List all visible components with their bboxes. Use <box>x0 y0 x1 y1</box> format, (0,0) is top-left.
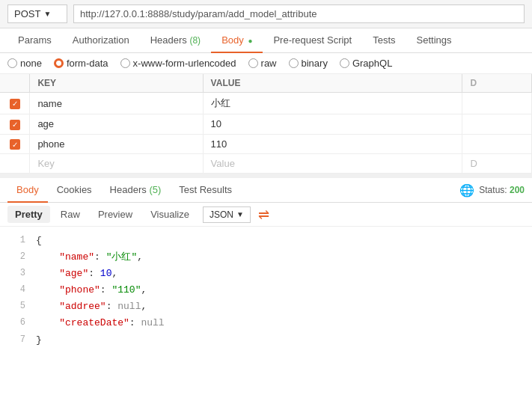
placeholder-key[interactable]: Key <box>30 154 203 174</box>
radio-raw-circle <box>248 58 258 68</box>
tab-headers[interactable]: Headers (8) <box>140 28 211 53</box>
json-content-1: { <box>36 233 42 249</box>
pretty-tab-raw[interactable]: Raw <box>53 206 88 223</box>
radio-raw[interactable]: raw <box>248 58 277 69</box>
json-line-1: 1 { <box>7 233 525 249</box>
row3-value[interactable]: 110 <box>203 134 462 154</box>
json-content-2: "name": "小红", <box>36 249 143 266</box>
status-badge: Status: 200 <box>479 185 525 195</box>
table-row-placeholder: Key Value D <box>0 154 532 174</box>
resp-tab-test-results[interactable]: Test Results <box>170 178 241 203</box>
globe-icon: 🌐 <box>459 183 474 198</box>
resp-tab-body[interactable]: Body <box>7 178 48 203</box>
line-num-3: 3 <box>7 266 25 282</box>
col-checkbox <box>0 74 30 93</box>
radio-none[interactable]: none <box>7 58 42 69</box>
format-select[interactable]: JSON ▼ <box>203 206 251 223</box>
json-content-7: } <box>36 332 42 349</box>
headers-resp-badge: (5) <box>149 184 161 195</box>
method-chevron-icon: ▼ <box>43 10 51 18</box>
json-line-4: 4 "phone": "110", <box>7 282 525 299</box>
row2-value[interactable]: 10 <box>203 114 462 135</box>
radio-form-data-label: form-data <box>67 58 108 69</box>
table-row: age 10 <box>0 114 532 135</box>
radio-binary-label: binary <box>302 58 328 69</box>
tab-body[interactable]: Body ● <box>211 28 263 53</box>
radio-urlencoded-circle <box>120 58 130 68</box>
row1-key[interactable]: name <box>30 93 203 114</box>
json-content-3: "age": 10, <box>36 266 117 282</box>
response-tab-nav: Body Cookies Headers (5) Test Results 🌐 … <box>0 178 532 203</box>
tab-pre-request[interactable]: Pre-request Script <box>263 28 362 53</box>
placeholder-value[interactable]: Value <box>203 154 462 174</box>
radio-form-data[interactable]: form-data <box>54 58 108 69</box>
status-200: 200 <box>510 185 525 195</box>
placeholder-desc: D <box>462 154 532 174</box>
row3-desc <box>462 134 532 154</box>
json-line-3: 3 "age": 10, <box>7 266 525 282</box>
format-chevron-icon: ▼ <box>236 210 244 218</box>
col-value: VALUE <box>203 74 462 93</box>
row1-desc <box>462 93 532 114</box>
method-label: POST <box>14 8 40 19</box>
row3-checkbox-cell[interactable] <box>0 134 30 154</box>
row2-checkbox[interactable] <box>10 120 20 130</box>
col-desc: D <box>462 74 532 93</box>
line-num-4: 4 <box>7 282 25 299</box>
row1-value[interactable]: 小红 <box>203 93 462 114</box>
json-line-5: 5 "addree": null, <box>7 299 525 315</box>
radio-binary-circle <box>289 58 299 68</box>
row2-checkbox-cell[interactable] <box>0 114 30 135</box>
row1-checkbox-cell[interactable] <box>0 93 30 114</box>
pretty-tab-pretty[interactable]: Pretty <box>7 206 50 223</box>
url-bar: POST ▼ <box>0 0 532 28</box>
radio-urlencoded-label: x-www-form-urlencoded <box>133 58 236 69</box>
col-key: KEY <box>30 74 203 93</box>
row2-desc <box>462 114 532 135</box>
resp-tab-cookies[interactable]: Cookies <box>48 178 101 203</box>
json-content-5: "addree": null, <box>36 299 147 315</box>
json-content-4: "phone": "110", <box>36 282 147 299</box>
params-table: KEY VALUE D name 小红 age 10 phone <box>0 74 532 174</box>
radio-urlencoded[interactable]: x-www-form-urlencoded <box>120 58 236 69</box>
tab-settings[interactable]: Settings <box>406 28 462 53</box>
json-content-6: "createDate": null <box>36 315 165 331</box>
radio-none-label: none <box>20 58 42 69</box>
tab-authorization[interactable]: Authorization <box>62 28 140 53</box>
method-select[interactable]: POST ▼ <box>7 4 67 23</box>
json-line-7: 7 } <box>7 332 525 349</box>
json-line-6: 6 "createDate": null <box>7 315 525 331</box>
wrap-icon[interactable]: ⇌ <box>258 206 269 223</box>
tab-params[interactable]: Params <box>7 28 62 53</box>
radio-binary[interactable]: binary <box>289 58 328 69</box>
url-input[interactable] <box>73 4 525 23</box>
radio-graphql-label: GraphQL <box>352 58 392 69</box>
line-num-5: 5 <box>7 299 25 315</box>
row3-key[interactable]: phone <box>30 134 203 154</box>
radio-form-data-circle <box>54 58 64 68</box>
line-num-7: 7 <box>7 332 25 349</box>
pretty-tab-preview[interactable]: Preview <box>91 206 140 223</box>
body-type-row: none form-data x-www-form-urlencoded raw… <box>0 53 532 74</box>
top-tab-nav: Params Authorization Headers (8) Body ● … <box>0 28 532 53</box>
radio-graphql[interactable]: GraphQL <box>340 58 392 69</box>
radio-graphql-circle <box>340 58 349 68</box>
line-num-6: 6 <box>7 315 25 331</box>
line-num-1: 1 <box>7 233 25 249</box>
line-num-2: 2 <box>7 249 25 266</box>
json-line-2: 2 "name": "小红", <box>7 249 525 266</box>
radio-raw-label: raw <box>261 58 277 69</box>
row3-checkbox[interactable] <box>10 139 20 150</box>
row1-checkbox[interactable] <box>10 99 20 109</box>
pretty-tab-visualize[interactable]: Visualize <box>143 206 197 223</box>
table-row: phone 110 <box>0 134 532 154</box>
resp-tab-headers[interactable]: Headers (5) <box>101 178 171 203</box>
pretty-tabs: Pretty Raw Preview Visualize JSON ▼ ⇌ <box>0 203 532 227</box>
headers-badge: (8) <box>189 35 201 46</box>
row2-key[interactable]: age <box>30 114 203 135</box>
radio-none-circle <box>7 58 17 68</box>
table-row: name 小红 <box>0 93 532 114</box>
tab-tests[interactable]: Tests <box>362 28 406 53</box>
json-body: 1 { 2 "name": "小红", 3 "age": 10, 4 "phon… <box>0 227 532 355</box>
